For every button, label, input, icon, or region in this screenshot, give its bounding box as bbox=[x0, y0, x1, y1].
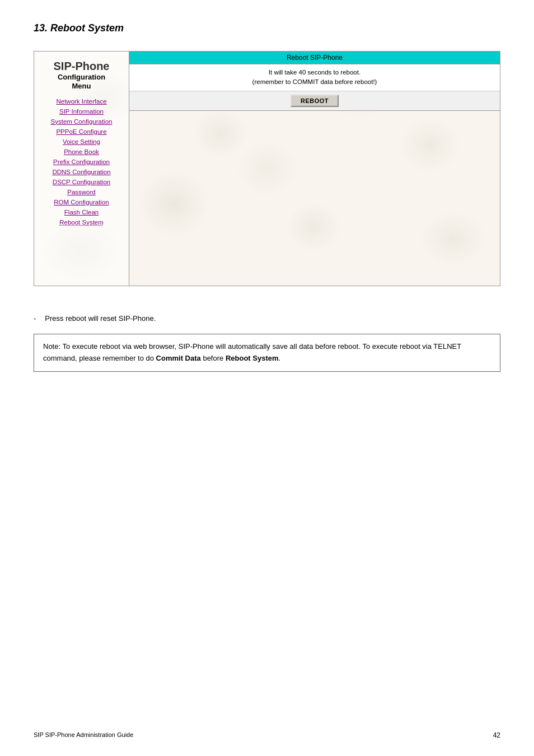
sidebar-item-flash-clean[interactable]: Flash Clean bbox=[40, 208, 123, 217]
brand-sip-phone: SIP-Phone bbox=[40, 60, 123, 73]
page-number: 42 bbox=[493, 731, 500, 739]
reboot-message-line2: (remember to COMMIT data before reboot!) bbox=[134, 77, 495, 87]
sidebar-navigation: Network Interface SIP Information System… bbox=[40, 97, 123, 227]
page-footer: SIP SIP-Phone Administration Guide 42 bbox=[0, 731, 534, 739]
sidebar-item-system-configuration[interactable]: System Configuration bbox=[40, 117, 123, 126]
sidebar-brand: SIP-Phone Configuration Menu bbox=[40, 60, 123, 90]
sidebar-item-reboot-system[interactable]: Reboot System bbox=[40, 218, 123, 227]
reboot-panel-action: REBOOT bbox=[129, 91, 500, 110]
reboot-system-label: Reboot System bbox=[226, 354, 279, 362]
reboot-message-line1: It will take 40 seconds to reboot. bbox=[134, 68, 495, 77]
sidebar-item-sip-information[interactable]: SIP Information bbox=[40, 107, 123, 116]
notes-section: - Press reboot will reset SIP-Phone. Not… bbox=[34, 314, 500, 372]
footer-left: SIP SIP-Phone Administration Guide bbox=[34, 731, 133, 739]
sidebar-item-voice-setting[interactable]: Voice Setting bbox=[40, 137, 123, 146]
bullet-point: - Press reboot will reset SIP-Phone. bbox=[34, 314, 500, 323]
main-content-box: SIP-Phone Configuration Menu Network Int… bbox=[34, 51, 500, 286]
sidebar-item-ddns-configuration[interactable]: DDNS Configuration bbox=[40, 167, 123, 176]
sidebar-item-phone-book[interactable]: Phone Book bbox=[40, 147, 123, 156]
bullet-dash: - bbox=[34, 314, 36, 323]
bullet-text: Press reboot will reset SIP-Phone. bbox=[45, 314, 156, 323]
brand-menu: Menu bbox=[40, 82, 123, 90]
sidebar: SIP-Phone Configuration Menu Network Int… bbox=[34, 52, 129, 286]
note-before: before bbox=[201, 354, 226, 362]
sidebar-item-dscp-configuration[interactable]: DSCP Configuration bbox=[40, 178, 123, 186]
section-title: 13. Reboot System bbox=[34, 22, 500, 34]
note-box: Note: To execute reboot via web browser,… bbox=[34, 334, 500, 372]
reboot-panel-message: It will take 40 seconds to reboot. (reme… bbox=[129, 64, 500, 91]
reboot-panel-title: Reboot SIP-Phone bbox=[129, 52, 500, 64]
sidebar-item-prefix-configuration[interactable]: Prefix Configuration bbox=[40, 157, 123, 166]
reboot-panel: Reboot SIP-Phone It will take 40 seconds… bbox=[129, 52, 500, 111]
brand-configuration: Configuration bbox=[40, 73, 123, 82]
sidebar-item-password[interactable]: Password bbox=[40, 188, 123, 197]
commit-data-label: Commit Data bbox=[156, 354, 201, 362]
sidebar-item-pppoe-configure[interactable]: PPPoE Configure bbox=[40, 127, 123, 136]
sidebar-item-network-interface[interactable]: Network Interface bbox=[40, 97, 123, 106]
reboot-button[interactable]: REBOOT bbox=[291, 95, 339, 107]
content-area: Reboot SIP-Phone It will take 40 seconds… bbox=[129, 52, 500, 286]
note-period: . bbox=[279, 354, 281, 362]
sidebar-item-rom-configuration[interactable]: ROM Configuration bbox=[40, 198, 123, 207]
